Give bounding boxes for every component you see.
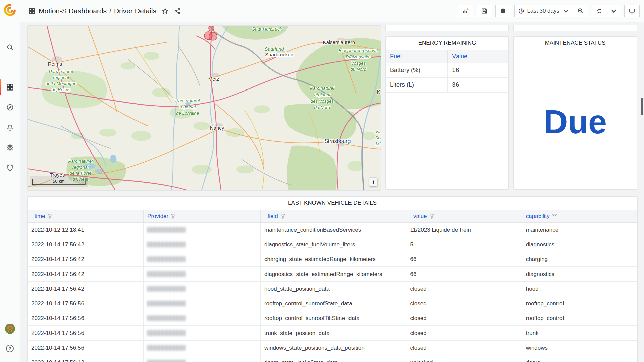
- column-header-label: capability: [526, 213, 550, 219]
- svg-text:Parc naturel: Parc naturel: [68, 159, 93, 164]
- vehicle-row: 2022-10-14 17:56:42 charging_state_estim…: [28, 252, 637, 267]
- dashboard-grid-icon: [28, 8, 35, 15]
- explore-compass-icon[interactable]: [6, 103, 14, 111]
- fuel-value-cell: 36: [448, 78, 508, 93]
- grafana-logo[interactable]: [3, 3, 17, 17]
- vehicle-row: 2022-10-14 17:56:56 rooftop_control_sunr…: [28, 311, 637, 326]
- vehicle-details-table: _time Provider _field _value capability …: [28, 210, 637, 362]
- column-header-provider[interactable]: Provider: [143, 210, 260, 223]
- capability-cell: doors: [522, 355, 637, 362]
- filter-funnel-icon[interactable]: [280, 214, 285, 219]
- create-plus-icon[interactable]: [6, 63, 14, 71]
- geomap-panel: Reims Metz Nancy Strasbourg Saarbrücken …: [27, 25, 381, 191]
- maintenance-status-value: Due: [514, 105, 637, 138]
- svg-text:Vosges: Vosges: [351, 61, 366, 66]
- map-label-nancy: Nancy: [210, 125, 224, 131]
- map-label-karlsruhe-partial: K: [377, 89, 381, 95]
- svg-text:de la Montagne: de la Montagne: [45, 81, 76, 86]
- alerting-bell-icon[interactable]: [6, 124, 14, 132]
- column-header-label: Fuel: [390, 53, 402, 60]
- column-header-capability[interactable]: capability: [522, 210, 637, 223]
- capability-cell: trunk: [522, 326, 637, 341]
- filter-funnel-icon[interactable]: [429, 214, 434, 219]
- provider-cell: [143, 237, 260, 252]
- help-icon[interactable]: ?: [6, 345, 14, 352]
- breadcrumb-dashboards[interactable]: Motion-S Dashboards: [39, 7, 107, 15]
- provider-redacted: [147, 301, 186, 306]
- provider-redacted: [147, 330, 186, 336]
- provider-cell: [143, 282, 260, 296]
- capability-cell: hood: [522, 282, 637, 296]
- time-range-label: Last 30 days: [527, 8, 559, 14]
- value-cell: 5: [406, 237, 522, 252]
- provider-redacted: [147, 286, 186, 292]
- column-header-time[interactable]: _time: [28, 210, 143, 223]
- time-cell: 2022-10-14 17:56:56: [28, 311, 143, 326]
- time-cell: 2022-10-14 17:56:42: [28, 355, 143, 362]
- column-header-label: Value: [452, 53, 467, 60]
- svg-text:Schw: Schw: [375, 135, 381, 140]
- zoom-out-time-button[interactable]: [573, 5, 588, 17]
- sidebar: ?: [0, 0, 20, 362]
- star-favorite-icon[interactable]: [162, 8, 169, 15]
- map-label-edge-partial: Na Schw Mit: [375, 129, 381, 146]
- time-range-picker[interactable]: Last 30 days: [514, 5, 573, 17]
- column-header-field[interactable]: _field: [260, 210, 406, 223]
- map-label-metz: Metz: [208, 76, 219, 82]
- field-cell: trunk_state_position_data: [260, 326, 406, 341]
- time-cell: 2022-10-14 17:56:56: [28, 296, 143, 311]
- column-header-label: Provider: [147, 213, 168, 219]
- capability-cell: rooftop_control: [522, 311, 637, 326]
- value-cell: 11/2023 Liquide de frein: [406, 223, 522, 237]
- map-attribution-info-button[interactable]: i: [369, 178, 377, 186]
- kiosk-mode-button[interactable]: [624, 5, 640, 17]
- search-icon[interactable]: [6, 43, 14, 51]
- provider-redacted: [147, 242, 186, 247]
- filter-funnel-icon[interactable]: [171, 214, 176, 219]
- time-cell: 2022-10-14 17:56:56: [28, 326, 143, 341]
- page-scrollbar-thumb[interactable]: [641, 98, 643, 115]
- field-cell: rooftop_control_sunroofState_data: [260, 296, 406, 311]
- column-header-fuel[interactable]: Fuel: [386, 50, 448, 63]
- svg-text:Parc naturel: Parc naturel: [310, 86, 335, 91]
- time-cell: 2022-10-12 12:18:41: [28, 223, 143, 237]
- column-header-label: _field: [264, 213, 278, 219]
- share-icon[interactable]: [174, 8, 181, 15]
- value-cell: 66: [406, 267, 522, 282]
- svg-text:Parc naturel: Parc naturel: [175, 98, 200, 103]
- provider-cell: [143, 311, 260, 326]
- svg-text:de Reims: de Reims: [51, 87, 70, 92]
- column-header-value[interactable]: _value: [406, 210, 522, 223]
- admin-shield-icon[interactable]: [6, 164, 14, 172]
- active-nav-indicator: [0, 79, 1, 95]
- chevron-down-icon: [562, 8, 569, 14]
- dashboard-settings-button[interactable]: [495, 5, 511, 17]
- provider-redacted: [147, 345, 186, 351]
- field-cell: doors_state_locksState_data: [260, 355, 406, 362]
- field-cell: rooftop_control_sunroofTiltState_data: [260, 311, 406, 326]
- column-divider: [448, 92, 448, 100]
- fuel-label-cell: Battery (%): [386, 63, 448, 78]
- configuration-gear-icon[interactable]: [6, 143, 14, 152]
- column-header-label: _time: [31, 213, 45, 219]
- svg-text:Mit: Mit: [376, 141, 381, 146]
- capability-cell: diagnostics: [522, 237, 637, 252]
- filter-funnel-icon[interactable]: [552, 214, 557, 219]
- time-cell: 2022-10-14 17:56:42: [28, 282, 143, 296]
- time-cell: 2022-10-14 17:56:56: [28, 341, 143, 355]
- table-header-row: _time Provider _field _value capability: [28, 210, 637, 223]
- user-avatar[interactable]: [5, 324, 15, 334]
- map-label-saarbrucken: Saarbrücken: [265, 52, 293, 57]
- map-label-saar-hunsruck: Saar-Hunsrück: [252, 26, 282, 32]
- map[interactable]: Reims Metz Nancy Strasbourg Saarbrücken …: [28, 26, 381, 190]
- save-dashboard-button[interactable]: [477, 5, 492, 17]
- map-scale-label: 50 km: [53, 179, 64, 184]
- svg-text:Biosphärenreservat: Biosphärenreservat: [339, 48, 378, 53]
- dashboards-grid-icon[interactable]: [6, 83, 14, 91]
- add-panel-button[interactable]: [458, 5, 473, 17]
- column-header-value[interactable]: Value: [448, 50, 508, 63]
- svg-text:Pfälzerwald-: Pfälzerwald-: [346, 54, 371, 59]
- refresh-interval-dropdown[interactable]: [607, 5, 621, 17]
- filter-funnel-icon[interactable]: [48, 214, 53, 219]
- refresh-button[interactable]: [592, 5, 607, 17]
